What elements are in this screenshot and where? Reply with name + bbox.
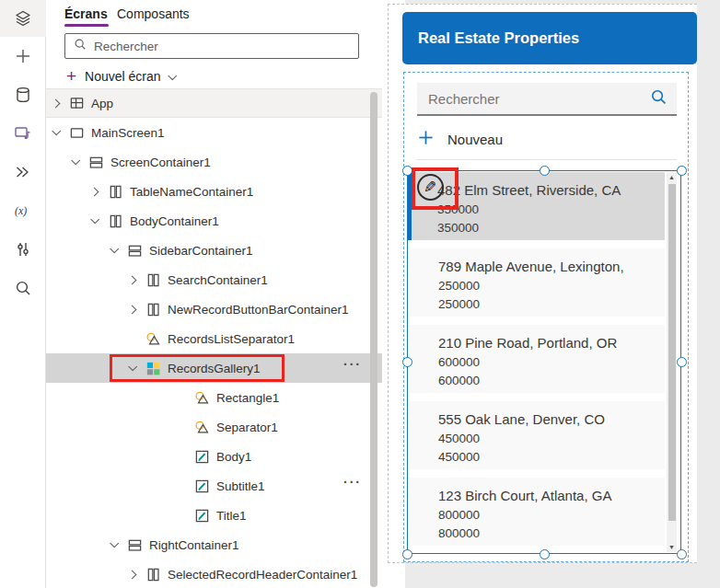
tree-item-ScreenContainer1[interactable]: ScreenContainer1 — [46, 147, 382, 177]
tree-item-Body1[interactable]: Body1 — [46, 442, 382, 471]
insert-icon — [14, 47, 32, 65]
container-v-icon — [108, 213, 130, 229]
selection-handle[interactable] — [402, 166, 412, 176]
annotation-red-box-tree-item — [110, 354, 285, 382]
tree-item-Separator1[interactable]: Separator1 — [46, 412, 382, 442]
active-tab-underline — [64, 24, 109, 27]
item-price: 800000 — [438, 506, 665, 525]
selection-handle[interactable] — [677, 166, 687, 176]
screen-icon — [69, 125, 91, 141]
rail-tree-view-button[interactable] — [0, 0, 46, 37]
chevron-down-icon[interactable] — [110, 244, 119, 253]
tree-item-label: Separator1 — [216, 421, 278, 434]
tree-item-RightContainer1[interactable]: RightContainer1 — [46, 530, 382, 559]
tree-item-MainScreen1[interactable]: MainScreen1 — [46, 118, 382, 147]
gallery-items: 482 Elm Street, Riverside, CA35000035000… — [408, 172, 665, 554]
tree-item-SelectedRecordHeaderContainer1[interactable]: SelectedRecordHeaderContainer1 — [46, 559, 382, 588]
rail-data-button[interactable] — [0, 75, 46, 114]
tree-item-label: Rectangle1 — [216, 391, 279, 405]
chevron-down-icon[interactable] — [90, 214, 99, 224]
annotation-red-box-edit-icon — [412, 167, 459, 210]
tree-search-input[interactable]: Rechercher — [64, 33, 359, 59]
tree-item-BodyContainer1[interactable]: BodyContainer1 — [46, 206, 382, 236]
gallery-item[interactable]: 123 Birch Court, Atlanta, GA800000800000 — [409, 478, 665, 546]
tab-ecrans[interactable]: Écrans — [64, 6, 108, 21]
tree-item-RecordsGallery1[interactable]: RecordsGallery1··· — [46, 353, 382, 383]
gallery-item[interactable]: 210 Pine Road, Portland, OR600000600000 — [409, 325, 665, 393]
scroll-down-icon[interactable]: ▼ — [667, 544, 677, 550]
container-h-icon — [127, 537, 149, 553]
selection-handle[interactable] — [402, 549, 412, 559]
selection-handle[interactable] — [540, 549, 550, 559]
plus-icon — [417, 129, 435, 150]
tree-item-label: SidebarContainer1 — [149, 244, 253, 258]
gallery-scrollbar[interactable]: ▲ ▼ — [667, 172, 677, 552]
tree-item-Rectangle1[interactable]: Rectangle1 — [46, 383, 382, 412]
chevron-right-icon[interactable] — [128, 275, 137, 284]
item-price: 350000 — [437, 201, 665, 219]
chevron-right-icon[interactable] — [128, 570, 137, 579]
app-canvas: Real Estate Properties Rechercher Nouvea… — [382, 0, 720, 588]
more-options-button[interactable]: ··· — [343, 475, 362, 490]
rail-search-button[interactable] — [0, 269, 46, 307]
tab-composants[interactable]: Composants — [117, 6, 190, 21]
tree-item-RecordsListSeparator1[interactable]: RecordsListSeparator1 — [46, 324, 382, 353]
tree-item-label: TableNameContainer1 — [130, 185, 253, 199]
chevron-right-icon[interactable] — [52, 98, 61, 108]
chevron-right-icon[interactable] — [128, 305, 137, 314]
tree-item-label: Title1 — [216, 509, 247, 523]
rail-media-button[interactable] — [0, 114, 46, 153]
item-address: 789 Maple Avenue, Lexington, — [438, 257, 665, 277]
selection-handle[interactable] — [677, 357, 687, 367]
tree-rows: AppMainScreen1ScreenContainer1TableNameC… — [46, 88, 382, 588]
records-gallery[interactable]: 482 Elm Street, Riverside, CA35000035000… — [407, 170, 681, 554]
rail-power-automate-button[interactable] — [0, 153, 46, 191]
advanced-tools-icon — [14, 240, 32, 259]
shape-icon — [145, 331, 168, 347]
gallery-scrollbar-thumb[interactable] — [668, 184, 676, 521]
tree-item-App[interactable]: App — [46, 88, 382, 118]
tree-item-Title1[interactable]: Title1 — [46, 501, 382, 530]
chevron-down-icon[interactable] — [52, 126, 61, 135]
tree-item-label: RecordsListSeparator1 — [168, 332, 295, 346]
svg-text:(x): (x) — [15, 204, 27, 217]
screen-title-bar[interactable]: Real Estate Properties — [402, 12, 697, 64]
tree-item-SidebarContainer1[interactable]: SidebarContainer1 — [46, 236, 382, 265]
container-h-icon — [88, 155, 110, 170]
rail-advanced-tools-button[interactable] — [0, 230, 46, 269]
chevron-down-icon[interactable] — [71, 156, 80, 165]
gallery-item[interactable]: 555 Oak Lane, Denver, CO450000450000 — [409, 401, 665, 469]
tree-item-NewRecordButtonBarContainer1[interactable]: NewRecordButtonBarContainer1 — [46, 294, 382, 324]
shape-icon — [194, 390, 216, 406]
tree-item-label: App — [91, 97, 113, 110]
shape-icon — [194, 420, 216, 435]
app-icon — [69, 96, 91, 111]
selection-handle[interactable] — [677, 549, 687, 559]
tree-item-label: BodyContainer1 — [130, 214, 219, 228]
tree-item-TableNameContainer1[interactable]: TableNameContainer1 — [46, 177, 382, 206]
item-price: 250000 — [438, 277, 665, 295]
nouveau-button[interactable]: Nouveau — [417, 124, 503, 154]
new-screen-button[interactable]: + Nouvel écran — [66, 66, 175, 86]
chevron-down-icon[interactable] — [110, 538, 119, 548]
records-list-separator — [417, 159, 677, 160]
tree-panel-scrollbar[interactable] — [370, 92, 377, 587]
rail-insert-button[interactable] — [0, 37, 46, 75]
scroll-up-icon[interactable]: ▲ — [667, 174, 677, 180]
variables-icon: (x) — [13, 202, 33, 220]
item-address: 123 Birch Court, Atlanta, GA — [438, 486, 665, 506]
item-price-2: 250000 — [438, 295, 665, 314]
more-options-button[interactable]: ··· — [343, 357, 362, 372]
rail-variables-button[interactable]: (x) — [0, 191, 46, 230]
chevron-right-icon[interactable] — [90, 187, 99, 196]
tree-panel-tabs: Écrans Composants — [46, 0, 382, 28]
selection-handle[interactable] — [540, 166, 550, 176]
tree-item-Subtitle1[interactable]: Subtitle1··· — [46, 471, 382, 501]
item-price-2: 800000 — [438, 525, 665, 543]
item-price-2: 350000 — [437, 219, 665, 237]
selection-handle[interactable] — [402, 357, 412, 367]
canvas-search-input[interactable]: Rechercher — [417, 83, 677, 116]
item-address: 210 Pine Road, Portland, OR — [438, 333, 665, 353]
gallery-item[interactable]: 789 Maple Avenue, Lexington,250000250000 — [409, 248, 665, 317]
tree-item-SearchContainer1[interactable]: SearchContainer1 — [46, 265, 382, 294]
